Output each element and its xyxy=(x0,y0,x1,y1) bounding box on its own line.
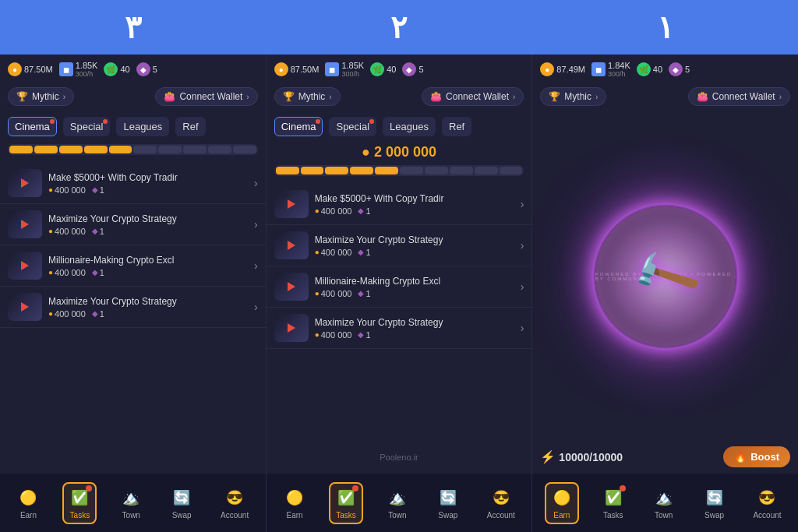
task-item-2-3[interactable]: Millionaire-Making Crypto Excl ● 400 000… xyxy=(267,266,532,308)
task-rewards-1-3: ● 400 000 ◆ 1 xyxy=(48,268,248,277)
stat-gold-2: ● 87.50M xyxy=(274,62,320,76)
stat-green-3: 🌿 40 xyxy=(637,62,662,76)
tab-cinema-1[interactable]: Cinema xyxy=(8,117,57,136)
earn-icon-1: 🟡 xyxy=(17,487,39,509)
nav-town-2[interactable]: 🏔️ Town xyxy=(381,484,414,523)
task-info-1-2: Maximize Your Crypto Strategy ● 400 000 … xyxy=(48,213,248,236)
task-item-2-4[interactable]: Maximize Your Crypto Strategy ● 400 000 … xyxy=(267,308,532,349)
gem-icon-2: ◆ xyxy=(402,62,416,76)
stat-gold-1: ● 87.50M xyxy=(8,62,53,76)
main-content: ● 87.50M ◼ 1.85K 300/h 🌿 40 ◆ 5 🏆 xyxy=(0,55,798,474)
mythic-button-1[interactable]: 🏆 Mythic › xyxy=(8,87,74,106)
tab-special-1[interactable]: Special xyxy=(63,117,111,136)
coin-circle: 🔨 POWERED BY COMMUNITY • POWERED BY COMM… xyxy=(595,206,736,347)
stats-row-2: ● 87.50M ◼ 1.85K 300/h 🌿 40 ◆ 5 xyxy=(267,55,532,84)
nav-earn-3[interactable]: 🟡 Earn xyxy=(545,482,579,524)
boost-row: ⚡ 10000/10000 🔥 Boost xyxy=(532,440,798,474)
tab-special-2[interactable]: Special xyxy=(329,117,376,136)
green-icon-2: 🌿 xyxy=(370,62,384,76)
stats-row-3: ● 87.49M ◼ 1.84K 300/h 🌿 40 ◆ 5 xyxy=(532,55,798,84)
tasks-badge-1 xyxy=(86,485,92,491)
account-icon-1: 😎 xyxy=(224,487,245,509)
reward-coin-1-4: ● 400 000 xyxy=(48,309,86,319)
progress-seg-e5 xyxy=(233,146,256,153)
play-icon-1-4 xyxy=(21,302,29,312)
task-item-1-1[interactable]: Make $5000+ With Copy Tradir ● 400 000 ◆… xyxy=(0,163,266,204)
nav-section-2: 🟡 Earn ✅ Tasks 🏔️ Town 🔄 Swap 😎 Account xyxy=(267,474,533,532)
boost-button[interactable]: 🔥 Boost xyxy=(723,446,790,467)
nav-account-2[interactable]: 😎 Account xyxy=(482,484,520,523)
gold-icon-2: ● xyxy=(274,62,288,76)
swap-icon-3: 🔄 xyxy=(704,487,726,509)
tasks-icon-3: ✅ xyxy=(602,487,624,509)
stat-gold-3: ● 87.49M xyxy=(540,62,585,76)
task-arrow-2-4: › xyxy=(521,322,524,334)
task-info-2-1: Make $5000+ With Copy Tradir ● 400 000 ◆… xyxy=(315,193,514,216)
progress-seg-f3 xyxy=(59,146,83,153)
nav-section-3: 🟡 Earn ✅ Tasks 🏔️ Town 🔄 Swap 😎 Account xyxy=(532,474,798,532)
play-icon-2-3 xyxy=(288,282,295,291)
play-icon-1-3 xyxy=(21,261,29,270)
nav-swap-1[interactable]: 🔄 Swap xyxy=(165,484,198,523)
connect-wallet-button-3[interactable]: 👛 Connect Wallet › xyxy=(688,87,790,106)
nav-swap-3[interactable]: 🔄 Swap xyxy=(698,484,731,523)
swap-icon-1: 🔄 xyxy=(171,487,192,509)
connect-wallet-button-1[interactable]: 👛 Connect Wallet › xyxy=(155,87,257,106)
tab-leagues-2[interactable]: Leagues xyxy=(383,117,436,136)
tab-dot-2 xyxy=(103,119,108,124)
nav-town-3[interactable]: 🏔️ Town xyxy=(648,484,680,523)
tab-dot-special-2 xyxy=(369,119,374,124)
chevron-icon-1: › xyxy=(63,93,65,101)
nav-tasks-3[interactable]: ✅ Tasks xyxy=(597,484,630,523)
tab-ref-1[interactable]: Ref xyxy=(175,117,205,136)
watermark: Pooleno.ir xyxy=(380,453,418,462)
panel-2: ● 87.50M ◼ 1.85K 300/h 🌿 40 ◆ 5 🏆 xyxy=(267,55,533,474)
chevron-wallet-icon-2: › xyxy=(513,93,515,101)
play-icon-2-4 xyxy=(288,323,295,333)
task-rewards-2-3: ● 400 000 ◆ 1 xyxy=(315,289,514,298)
mythic-icon-3: 🏆 xyxy=(549,91,560,102)
task-info-1-3: Millionaire-Making Crypto Excl ● 400 000… xyxy=(48,255,248,277)
chevron-icon-2: › xyxy=(329,93,331,101)
reward-gem-1-3: ◆ 1 xyxy=(92,268,104,277)
progress-seg-e1 xyxy=(133,146,157,153)
gold-icon-3: ● xyxy=(540,62,554,76)
nav-account-3[interactable]: 😎 Account xyxy=(748,484,786,523)
tasks-icon-1: ✅ xyxy=(69,487,90,509)
task-arrow-1-1: › xyxy=(254,177,258,189)
tasks-badge-3 xyxy=(620,485,626,491)
tab-leagues-1[interactable]: Leagues xyxy=(116,117,169,136)
bottom-nav: 🟡 Earn ✅ Tasks 🏔️ Town 🔄 Swap 😎 Account … xyxy=(0,474,798,532)
task-thumb-2-3 xyxy=(274,273,309,301)
task-item-2-2[interactable]: Maximize Your Crypto Strategy ● 400 000 … xyxy=(267,225,532,266)
town-icon-2: 🏔️ xyxy=(387,487,408,509)
task-rewards-1-1: ● 400 000 ◆ 1 xyxy=(48,185,248,195)
town-icon-3: 🏔️ xyxy=(653,487,675,509)
stat-cube-1: ◼ 1.85K 300/h xyxy=(59,61,98,78)
nav-tasks-2[interactable]: ✅ Tasks xyxy=(329,482,363,524)
tab-cinema-2[interactable]: Cinema xyxy=(274,117,323,136)
task-item-1-2[interactable]: Maximize Your Crypto Strategy ● 400 000 … xyxy=(0,204,266,245)
task-item-1-3[interactable]: Millionaire-Making Crypto Excl ● 400 000… xyxy=(0,245,266,287)
account-icon-3: 😎 xyxy=(756,487,778,509)
task-thumb-2-1 xyxy=(274,190,309,218)
task-item-2-1[interactable]: Make $5000+ With Copy Tradir ● 400 000 ◆… xyxy=(267,184,532,225)
mythic-button-2[interactable]: 🏆 Mythic › xyxy=(274,87,341,106)
mythic-button-3[interactable]: 🏆 Mythic › xyxy=(540,87,606,106)
connect-wallet-button-2[interactable]: 👛 Connect Wallet › xyxy=(422,87,524,106)
nav-town-1[interactable]: 🏔️ Town xyxy=(115,484,147,523)
nav-swap-2[interactable]: 🔄 Swap xyxy=(432,484,464,523)
nav-tasks-1[interactable]: ✅ Tasks xyxy=(62,482,97,524)
swap-icon-2: 🔄 xyxy=(437,487,459,509)
mythic-icon-2: 🏆 xyxy=(283,91,295,102)
chevron-wallet-icon-1: › xyxy=(246,93,249,101)
progress-seg-e4 xyxy=(208,146,231,153)
tab-ref-2[interactable]: Ref xyxy=(442,117,471,136)
panel-1: ● 87.50M ◼ 1.85K 300/h 🌿 40 ◆ 5 🏆 xyxy=(0,55,267,474)
progress-bar-1 xyxy=(8,144,258,155)
task-arrow-1-2: › xyxy=(254,218,258,231)
nav-earn-2[interactable]: 🟡 Earn xyxy=(278,484,311,523)
nav-account-1[interactable]: 😎 Account xyxy=(216,484,253,523)
task-item-1-4[interactable]: Maximize Your Crypto Strategy ● 400 000 … xyxy=(0,287,266,328)
nav-earn-1[interactable]: 🟡 Earn xyxy=(12,484,44,523)
